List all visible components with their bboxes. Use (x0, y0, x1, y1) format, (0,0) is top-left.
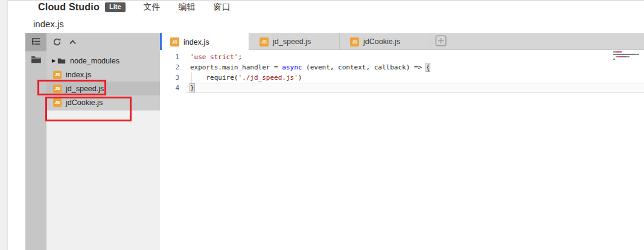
folder-icon (57, 57, 66, 64)
plus-icon (435, 35, 447, 49)
code-string: 'use strict' (190, 53, 238, 61)
tree-item-jd_speed.js[interactable]: JSjd_speed.js (46, 82, 160, 95)
code-bracket: { (426, 63, 430, 71)
js-file-icon: JS (170, 37, 179, 46)
tab-label: index.js (183, 38, 209, 46)
code-lines: 1'use strict';2exports.main_handler = as… (160, 52, 644, 93)
tree-item-jdCookie.js[interactable]: JSjdCookie.js (46, 95, 160, 109)
lite-badge: Lite (105, 2, 126, 12)
tab-jd_speed.js[interactable]: JSjd_speed.js (249, 33, 340, 50)
chevron-right-icon[interactable]: ▶ (52, 59, 57, 63)
line-number: 1 (160, 52, 179, 62)
app-logo: Cloud Studio (38, 2, 100, 13)
app-window: Cloud Studio Lite 文件编辑窗口 index.js (0, 0, 644, 250)
code-keyword: async (282, 63, 302, 71)
code-editor[interactable]: 1'use strict';2exports.main_handler = as… (160, 50, 644, 250)
explorer-toolbar (46, 33, 160, 50)
menu-item-1[interactable]: 编辑 (179, 2, 196, 13)
code-string: './jd_speed.js' (238, 74, 298, 82)
code-line-1[interactable]: 1'use strict'; (160, 52, 644, 62)
new-tab-button[interactable] (430, 33, 451, 50)
line-number: 2 (160, 62, 179, 72)
file-explorer: ▶node_modulesJSindex.jsJSjd_speed.jsJSjd… (46, 33, 160, 250)
editor-area: JSindex.jsJSjd_speed.jsJSjdCookie.js 1'u… (160, 33, 644, 250)
tab-label: jd_speed.js (273, 37, 311, 46)
tab-index.js[interactable]: JSindex.js (160, 33, 249, 51)
code-line-3[interactable]: 3 require('./jd_speed.js') (160, 72, 644, 83)
activity-folder-button[interactable] (25, 51, 46, 69)
line-number: 3 (160, 72, 179, 83)
tree-item-label: node_modules (70, 57, 120, 65)
collapse-up-icon[interactable] (67, 36, 78, 47)
menu-item-2[interactable]: 窗口 (214, 2, 231, 13)
menu-bar: Cloud Studio Lite 文件编辑窗口 (8, 0, 644, 14)
js-file-icon: JS (350, 37, 359, 46)
js-file-icon: JS (260, 37, 269, 46)
minimap (613, 51, 641, 61)
activity-bar (25, 33, 46, 250)
breadcrumb-bar: index.js (8, 14, 644, 33)
activity-file-tree-button[interactable] (25, 33, 46, 51)
file-tree: ▶node_modulesJSindex.jsJSjd_speed.jsJSjd… (46, 54, 160, 109)
tree-item-label: jd_speed.js (66, 85, 104, 93)
tab-label: jdCookie.js (363, 37, 400, 46)
code-line-2[interactable]: 2exports.main_handler = async (event, co… (160, 62, 644, 72)
tree-item-label: jdCookie.js (66, 98, 103, 107)
code-line-4[interactable]: 4} (160, 83, 644, 93)
js-file-icon: JS (53, 71, 62, 79)
menu-item-0[interactable]: 文件 (144, 2, 161, 13)
page-left-gutter (0, 0, 8, 250)
refresh-icon[interactable] (51, 36, 62, 47)
js-file-icon: JS (53, 85, 62, 93)
js-file-icon: JS (53, 98, 62, 107)
tree-item-index.js[interactable]: JSindex.js (46, 68, 160, 82)
folder-icon (31, 55, 42, 66)
line-number: 4 (160, 83, 179, 93)
tree-item-node_modules[interactable]: ▶node_modules (46, 54, 160, 68)
file-tree-icon (31, 37, 42, 48)
tab-jdCookie.js[interactable]: JSjdCookie.js (340, 33, 430, 50)
tab-bar: JSindex.jsJSjd_speed.jsJSjdCookie.js (160, 33, 644, 50)
tree-item-label: index.js (66, 71, 91, 79)
breadcrumb: index.js (33, 19, 64, 29)
menu-items: 文件编辑窗口 (144, 2, 249, 13)
code-bracket: } (190, 84, 194, 92)
